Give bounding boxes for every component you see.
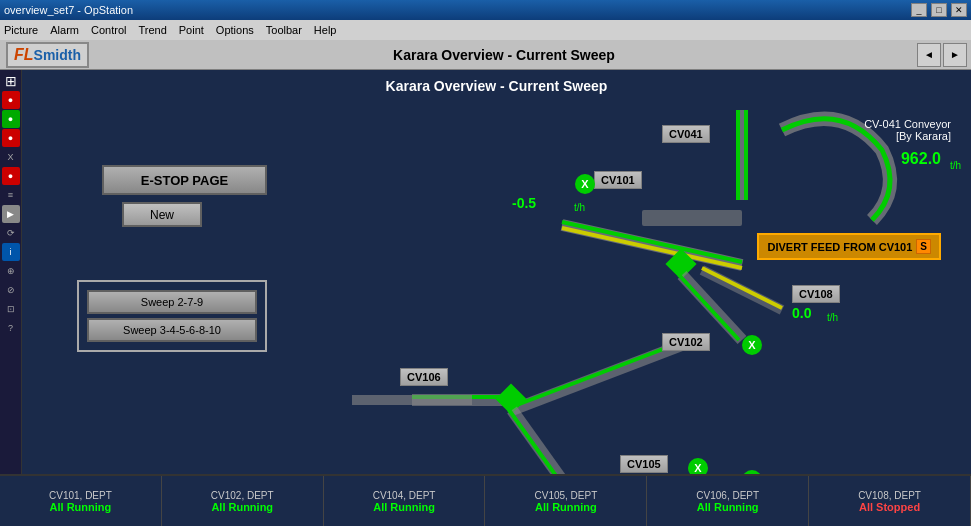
svg-line-18: [702, 268, 782, 308]
menu-point[interactable]: Point: [179, 24, 204, 36]
sidebar-icon-red-3[interactable]: ●: [2, 167, 20, 185]
sidebar-icon-3[interactable]: ≡: [2, 186, 20, 204]
dept-status-0: All Running: [50, 501, 112, 513]
status-dept-0[interactable]: CV101, DEPTAll Running: [0, 476, 162, 526]
sidebar-icon-6[interactable]: ⊘: [2, 281, 20, 299]
dept-status-2: All Running: [373, 501, 435, 513]
cv108-flow-unit: t/h: [827, 312, 838, 323]
flsmidth-logo: FL Smidth: [6, 42, 89, 68]
page-title: Karara Overview - Current Sweep: [93, 47, 915, 63]
cv101-label[interactable]: CV101: [594, 171, 642, 189]
svg-rect-19: [642, 210, 742, 226]
cv102-x-indicator[interactable]: X: [742, 335, 762, 355]
svg-line-5: [562, 228, 742, 268]
status-dept-1[interactable]: CV102, DEPTAll Running: [162, 476, 324, 526]
cv102-label[interactable]: CV102: [662, 333, 710, 351]
svg-rect-13: [495, 383, 526, 414]
dept-name-2: CV104, DEPT: [373, 490, 436, 501]
dept-name-0: CV101, DEPT: [49, 490, 112, 501]
sidebar-icon-1[interactable]: ⊞: [2, 72, 20, 90]
menu-picture[interactable]: Picture: [4, 24, 38, 36]
logo-smith: Smidth: [34, 47, 81, 63]
sidebar: ⊞ ● ● ● X ● ≡ ▶ ⟳ i ⊕ ⊘ ⊡ ?: [0, 70, 22, 474]
divert-s-indicator: S: [916, 239, 931, 254]
cv105-label[interactable]: CV105: [620, 455, 668, 473]
maximize-button[interactable]: □: [931, 3, 947, 17]
title-bar-left: overview_set7 - OpStation: [4, 4, 133, 16]
title-bar-controls: _ □ ✕: [911, 3, 967, 17]
cv106-label[interactable]: CV106: [400, 368, 448, 386]
menu-control[interactable]: Control: [91, 24, 126, 36]
dept-status-4: All Running: [697, 501, 759, 513]
estop-label: E-STOP PAGE: [141, 173, 228, 188]
svg-line-15: [509, 410, 559, 474]
menu-toolbar[interactable]: Toolbar: [266, 24, 302, 36]
cv041-info-line2: [By Karara]: [864, 130, 951, 142]
logo-area: FL Smidth: [4, 40, 91, 70]
stacker-remote-label: STACKER IN REMOTE: [768, 472, 895, 474]
sidebar-icon-5[interactable]: ⊕: [2, 262, 20, 280]
cv101-x-indicator[interactable]: X: [575, 174, 595, 194]
cv108-flow-value: 0.0: [792, 305, 811, 321]
sweep1-button[interactable]: Sweep 2-7-9: [87, 290, 257, 314]
nav-back-button[interactable]: ◄: [917, 43, 941, 67]
dept-status-1: All Running: [211, 501, 273, 513]
divert-label: DIVERT FEED FROM CV101: [767, 241, 912, 253]
nav-forward-button[interactable]: ►: [943, 43, 967, 67]
sidebar-icon-4[interactable]: ⟳: [2, 224, 20, 242]
dept-status-3: All Running: [535, 501, 597, 513]
cv041-flow-unit: t/h: [950, 160, 961, 171]
cv041-flow-value: 962.0: [901, 150, 941, 168]
dept-name-1: CV102, DEPT: [211, 490, 274, 501]
sidebar-icon-7[interactable]: ⊡: [2, 300, 20, 318]
menu-options[interactable]: Options: [216, 24, 254, 36]
cv101-flow-unit: t/h: [574, 202, 585, 213]
svg-line-8: [679, 275, 739, 340]
sidebar-icon-8[interactable]: ?: [2, 319, 20, 337]
menu-alarm[interactable]: Alarm: [50, 24, 79, 36]
close-button[interactable]: ✕: [951, 3, 967, 17]
cv041-info-line1: CV-041 Conveyor: [864, 118, 951, 130]
svg-rect-6: [665, 248, 696, 279]
sidebar-icon-red-2[interactable]: ●: [2, 129, 20, 147]
status-dept-5[interactable]: CV108, DEPTAll Stopped: [809, 476, 971, 526]
cv101-flow-value: -0.5: [512, 195, 536, 211]
cv108-label[interactable]: CV108: [792, 285, 840, 303]
sidebar-icon-2[interactable]: X: [2, 148, 20, 166]
divert-feed-button[interactable]: DIVERT FEED FROM CV101 S: [757, 233, 941, 260]
menu-help[interactable]: Help: [314, 24, 337, 36]
sidebar-icon-gray-1[interactable]: ▶: [2, 205, 20, 223]
sweep2-button[interactable]: Sweep 3-4-5-6-8-10: [87, 318, 257, 342]
cv105-x-indicator[interactable]: X: [688, 458, 708, 474]
cv041-label[interactable]: CV041: [662, 125, 710, 143]
sidebar-icon-red-1[interactable]: ●: [2, 91, 20, 109]
svg-line-4: [562, 222, 742, 262]
sidebar-icon-blue-1[interactable]: i: [2, 243, 20, 261]
title-bar-text: overview_set7 - OpStation: [4, 4, 133, 16]
content-area: Karara Overview - Current Sweep CV-041 C…: [22, 70, 971, 474]
svg-line-14: [512, 410, 562, 474]
svg-line-10: [509, 343, 679, 408]
stacker-remote-x[interactable]: X: [742, 470, 762, 474]
dept-name-3: CV105, DEPT: [534, 490, 597, 501]
estop-button[interactable]: E-STOP PAGE: [102, 165, 267, 195]
status-dept-4[interactable]: CV106, DEPTAll Running: [647, 476, 809, 526]
status-dept-3[interactable]: CV105, DEPTAll Running: [485, 476, 647, 526]
svg-line-7: [682, 275, 742, 340]
title-bar: overview_set7 - OpStation _ □ ✕: [0, 0, 971, 20]
status-dept-2[interactable]: CV104, DEPTAll Running: [324, 476, 486, 526]
sweep-box: Sweep 2-7-9 Sweep 3-4-5-6-8-10: [77, 280, 267, 352]
svg-line-9: [512, 345, 682, 410]
new-button[interactable]: New: [122, 202, 202, 227]
toolbar: FL Smidth Karara Overview - Current Swee…: [0, 40, 971, 70]
dept-name-5: CV108, DEPT: [858, 490, 921, 501]
logo-fl: FL: [14, 46, 34, 64]
menu-trend[interactable]: Trend: [138, 24, 166, 36]
sidebar-icon-green-1[interactable]: ●: [2, 110, 20, 128]
menu-bar: Picture Alarm Control Trend Point Option…: [0, 20, 971, 40]
main-area: ⊞ ● ● ● X ● ≡ ▶ ⟳ i ⊕ ⊘ ⊡ ?: [0, 70, 971, 474]
page-title-overlay: Karara Overview - Current Sweep: [22, 78, 971, 94]
dept-status-5: All Stopped: [859, 501, 920, 513]
svg-line-3: [562, 225, 742, 265]
minimize-button[interactable]: _: [911, 3, 927, 17]
